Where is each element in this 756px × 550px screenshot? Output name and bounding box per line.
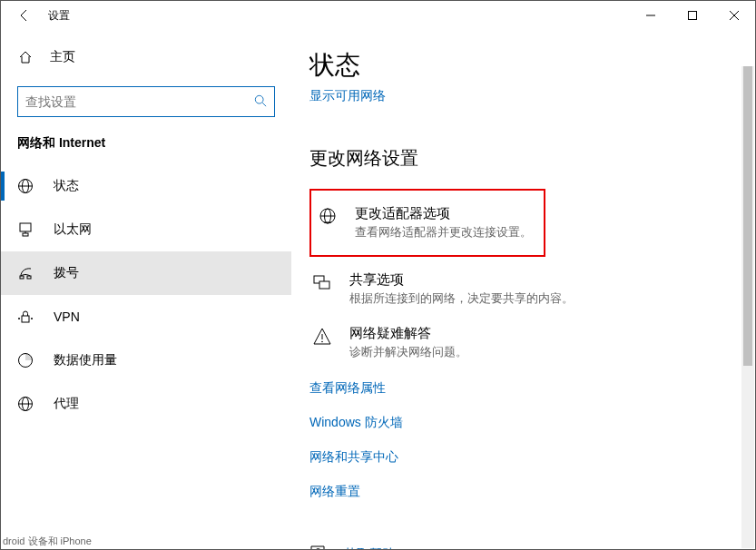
- svg-rect-9: [20, 223, 31, 231]
- option-title: 网络疑难解答: [349, 325, 467, 342]
- home-button[interactable]: 主页: [1, 39, 291, 75]
- option-sharing[interactable]: 共享选项 根据所连接到的网络，决定要共享的内容。: [309, 262, 728, 316]
- option-adapter[interactable]: 更改适配器选项 查看网络适配器并更改连接设置。: [315, 196, 540, 250]
- option-text: 共享选项 根据所连接到的网络，决定要共享的内容。: [349, 271, 574, 307]
- option-text: 网络疑难解答 诊断并解决网络问题。: [349, 325, 467, 360]
- scrollbar[interactable]: [741, 66, 754, 548]
- svg-line-5: [262, 103, 266, 106]
- svg-rect-13: [27, 276, 31, 279]
- sidebar-item-label: 状态: [54, 178, 79, 194]
- option-title: 更改适配器选项: [355, 205, 532, 222]
- sidebar-item-status[interactable]: 状态: [1, 164, 291, 208]
- search-input[interactable]: [25, 94, 254, 109]
- troubleshoot-icon: [311, 325, 333, 360]
- sidebar-item-vpn[interactable]: VPN: [1, 295, 291, 339]
- sidebar-group-label: 网络和 Internet: [1, 135, 291, 164]
- settings-window: 设置 主页 网络和 Internet: [0, 0, 756, 550]
- body: 主页 网络和 Internet 状态 以太网: [1, 30, 755, 549]
- search-wrap: [1, 86, 291, 135]
- background-cut-text: droid 设备和 iPhone: [3, 535, 92, 548]
- data-usage-icon: [17, 352, 34, 368]
- sidebar-item-ethernet[interactable]: 以太网: [1, 208, 291, 251]
- sidebar-item-dialup[interactable]: 拨号: [1, 251, 291, 295]
- window-title: 设置: [48, 8, 70, 24]
- svg-rect-1: [689, 12, 697, 20]
- window-controls: [630, 1, 755, 30]
- sidebar-nav: 状态 以太网 拨号 VPN 数据使用量: [1, 164, 291, 426]
- svg-rect-10: [23, 233, 28, 236]
- home-label: 主页: [50, 49, 75, 65]
- highlighted-option: 更改适配器选项 查看网络适配器并更改连接设置。: [309, 189, 545, 257]
- globe-icon: [17, 178, 34, 194]
- adapter-icon: [317, 205, 339, 241]
- help-icon: ?: [309, 544, 328, 549]
- vpn-icon: [17, 309, 34, 325]
- ethernet-icon: [17, 221, 34, 238]
- svg-point-4: [255, 95, 263, 103]
- links-block: 查看网络属性 Windows 防火墙 网络和共享中心 网络重置: [309, 380, 728, 500]
- home-icon: [17, 50, 34, 64]
- sharing-icon: [311, 271, 333, 307]
- change-network-settings-title: 更改网络设置: [309, 146, 728, 171]
- sidebar-item-data-usage[interactable]: 数据使用量: [1, 339, 291, 382]
- link-network-properties[interactable]: 查看网络属性: [309, 380, 728, 397]
- sidebar-item-label: 数据使用量: [54, 352, 117, 368]
- svg-rect-26: [319, 281, 329, 289]
- sidebar: 主页 网络和 Internet 状态 以太网: [1, 30, 291, 549]
- svg-rect-14: [22, 316, 29, 322]
- help-label: 获取帮助: [344, 546, 395, 550]
- option-desc: 诊断并解决网络问题。: [349, 344, 467, 360]
- svg-text:?: ?: [316, 546, 320, 549]
- option-title: 共享选项: [349, 271, 574, 289]
- proxy-icon: [17, 396, 34, 412]
- link-windows-firewall[interactable]: Windows 防火墙: [309, 415, 728, 431]
- show-available-networks-link[interactable]: 显示可用网络: [309, 88, 386, 104]
- svg-point-16: [31, 318, 33, 319]
- scrollbar-thumb[interactable]: [743, 66, 752, 366]
- search-icon: [254, 94, 267, 110]
- sidebar-item-label: 以太网: [54, 221, 92, 238]
- get-help[interactable]: ? 获取帮助: [309, 544, 728, 549]
- svg-point-15: [18, 318, 20, 319]
- option-desc: 根据所连接到的网络，决定要共享的内容。: [349, 290, 574, 307]
- option-text: 更改适配器选项 查看网络适配器并更改连接设置。: [355, 205, 532, 241]
- titlebar: 设置: [1, 1, 755, 30]
- sidebar-item-label: 拨号: [54, 265, 79, 281]
- minimize-button[interactable]: [630, 1, 672, 30]
- maximize-button[interactable]: [672, 1, 713, 30]
- main-content: 状态 显示可用网络 更改网络设置 更改适配器选项 查看网络适配器并更改连接设置。…: [291, 30, 755, 549]
- search-box[interactable]: [17, 86, 275, 117]
- svg-point-28: [321, 341, 323, 343]
- sidebar-item-label: VPN: [54, 309, 80, 324]
- page-title: 状态: [309, 48, 728, 83]
- option-troubleshoot[interactable]: 网络疑难解答 诊断并解决网络问题。: [309, 316, 728, 369]
- close-button[interactable]: [713, 1, 755, 30]
- sidebar-item-label: 代理: [54, 396, 79, 412]
- dialup-icon: [17, 265, 34, 281]
- link-network-sharing-center[interactable]: 网络和共享中心: [309, 449, 728, 466]
- option-desc: 查看网络适配器并更改连接设置。: [355, 224, 532, 241]
- svg-rect-12: [20, 276, 24, 279]
- back-button[interactable]: [12, 3, 37, 28]
- sidebar-item-proxy[interactable]: 代理: [1, 382, 291, 426]
- link-network-reset[interactable]: 网络重置: [309, 484, 728, 500]
